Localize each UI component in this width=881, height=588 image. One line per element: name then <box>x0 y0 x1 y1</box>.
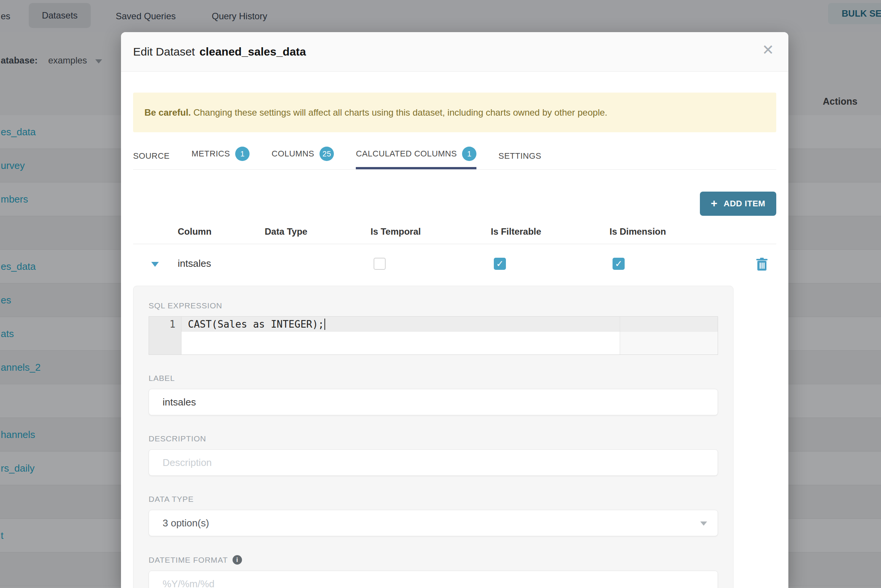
label-input[interactable] <box>149 389 718 415</box>
header-column: Column <box>178 226 211 237</box>
chevron-down-icon <box>700 521 707 526</box>
datetime-format-input[interactable] <box>149 571 718 588</box>
add-item-button[interactable]: + ADD ITEM <box>700 192 776 216</box>
tab-count-badge: 1 <box>462 147 476 161</box>
add-item-label: ADD ITEM <box>724 199 765 209</box>
collapse-caret-icon[interactable] <box>151 262 159 267</box>
datetime-format-label-text: DATETIME FORMAT <box>149 556 228 565</box>
header-is-temporal: Is Temporal <box>371 226 421 237</box>
is-dimension-checkbox[interactable]: ✓ <box>613 258 625 270</box>
warning-bold-text: Be careful. <box>144 107 191 118</box>
column-detail-panel: SQL EXPRESSION 1 CAST(Sales as INTEGER);… <box>133 286 734 588</box>
warning-banner: Be careful. Changing these settings will… <box>133 93 776 132</box>
tab-label: SETTINGS <box>498 151 541 161</box>
sql-expression-label: SQL EXPRESSION <box>149 301 718 310</box>
tab-count-badge: 25 <box>320 147 334 161</box>
modal-tabs: SOURCE METRICS 1 COLUMNS 25 CALCULATED C… <box>133 147 776 170</box>
is-temporal-checkbox[interactable] <box>374 258 386 270</box>
tab-columns[interactable]: COLUMNS 25 <box>271 147 334 169</box>
info-icon[interactable]: i <box>233 555 242 565</box>
is-filterable-checkbox[interactable]: ✓ <box>494 258 506 270</box>
tab-settings[interactable]: SETTINGS <box>498 151 541 169</box>
header-data-type: Data Type <box>265 226 307 237</box>
close-icon[interactable]: ✕ <box>762 43 774 57</box>
calculated-columns-toolbar: + ADD ITEM <box>133 192 776 216</box>
data-type-field-label: DATA TYPE <box>149 495 718 504</box>
description-input[interactable] <box>149 449 718 476</box>
tab-count-badge: 1 <box>235 147 250 161</box>
column-name: intsales <box>178 258 211 269</box>
tab-label: METRICS <box>192 149 230 159</box>
tab-label: SOURCE <box>133 151 170 161</box>
label-field-label: LABEL <box>149 374 718 383</box>
warning-text: Changing these settings will affect all … <box>191 107 608 118</box>
screen: es Datasets Saved Queries Query History … <box>0 0 881 588</box>
data-type-value: 3 option(s) <box>163 517 209 529</box>
sql-code-text: CAST(Sales as INTEGER); <box>188 319 324 330</box>
columns-grid-header: Column Data Type Is Temporal Is Filterab… <box>133 219 776 244</box>
sql-code: CAST(Sales as INTEGER); <box>188 317 325 332</box>
header-is-filterable: Is Filterable <box>491 226 541 237</box>
trash-icon[interactable] <box>756 258 768 272</box>
calculated-column-row: intsales ✓ ✓ <box>133 244 776 286</box>
modal-title-dataset-name: cleaned_sales_data <box>199 45 306 58</box>
plus-icon: + <box>711 198 718 209</box>
description-field-label: DESCRIPTION <box>149 434 718 443</box>
tab-calculated-columns[interactable]: CALCULATED COLUMNS 1 <box>356 147 476 169</box>
editor-line-number: 1 <box>149 317 175 332</box>
text-cursor <box>324 319 325 330</box>
tab-label: COLUMNS <box>271 149 314 159</box>
data-type-select[interactable]: 3 option(s) <box>149 510 718 536</box>
tab-metrics[interactable]: METRICS 1 <box>192 147 250 169</box>
modal-header: Edit Dataset cleaned_sales_data ✕ <box>121 32 788 72</box>
modal-title: Edit Dataset <box>133 45 195 58</box>
tab-label: CALCULATED COLUMNS <box>356 149 457 159</box>
modal-body: Be careful. Changing these settings will… <box>121 93 788 588</box>
edit-dataset-modal: Edit Dataset cleaned_sales_data ✕ Be car… <box>121 32 788 588</box>
tab-source[interactable]: SOURCE <box>133 151 170 169</box>
sql-expression-editor[interactable]: 1 CAST(Sales as INTEGER); <box>149 316 718 355</box>
editor-margin-zone <box>620 332 718 354</box>
header-is-dimension: Is Dimension <box>610 226 666 237</box>
datetime-format-field-label: DATETIME FORMAT i <box>149 555 718 565</box>
